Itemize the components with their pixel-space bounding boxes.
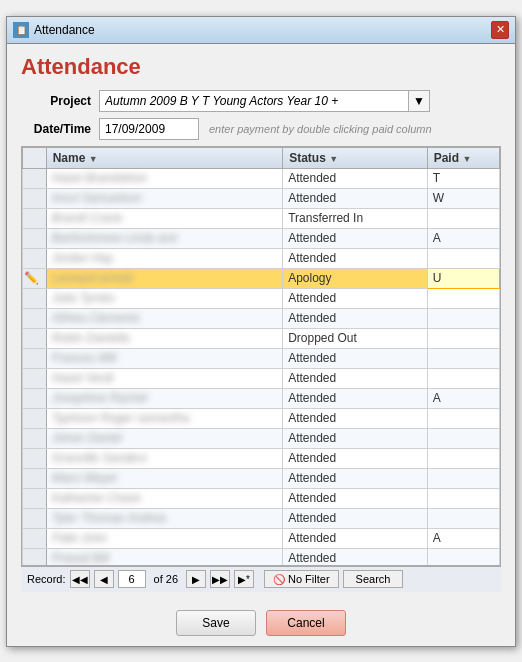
row-paid-cell[interactable] xyxy=(427,328,499,348)
record-of-label: of 26 xyxy=(154,573,178,585)
attendance-table: Name ▼ Status ▼ Paid ▼ Hazel BrambletonA… xyxy=(22,147,500,566)
row-status-cell: Attended xyxy=(283,228,428,248)
close-button[interactable]: ✕ xyxy=(491,21,509,39)
row-indicator-cell xyxy=(23,448,47,468)
table-row[interactable]: Prasad BillAttended xyxy=(23,548,500,566)
paid-col-header[interactable]: Paid ▼ xyxy=(427,147,499,168)
table-row[interactable]: Tyler Thomas AndreaAttended xyxy=(23,508,500,528)
next-record-button[interactable]: ▶ xyxy=(186,570,206,588)
project-input[interactable] xyxy=(99,90,409,112)
row-paid-cell[interactable] xyxy=(427,448,499,468)
row-name-cell: Frances Mill xyxy=(46,348,283,368)
table-row[interactable]: Bartholomew Linda annAttendedA xyxy=(23,228,500,248)
table-row[interactable]: ✏️Leonard arnoldApologyU xyxy=(23,268,500,288)
first-record-button[interactable]: ◀◀ xyxy=(70,570,90,588)
row-paid-cell[interactable]: W xyxy=(427,188,499,208)
indicator-col-header xyxy=(23,147,47,168)
title-bar-left: 📋 Attendance xyxy=(13,22,95,38)
no-filter-label: No Filter xyxy=(288,573,330,585)
row-indicator-cell xyxy=(23,408,47,428)
row-paid-cell[interactable]: A xyxy=(427,228,499,248)
project-row: Project ▼ xyxy=(21,90,501,112)
datetime-row: Date/Time enter payment by double clicki… xyxy=(21,118,501,140)
data-table-container: Name ▼ Status ▼ Paid ▼ Hazel BrambletonA… xyxy=(21,146,501,566)
cancel-button[interactable]: Cancel xyxy=(266,610,346,636)
row-status-cell: Attended xyxy=(283,308,428,328)
row-paid-cell[interactable] xyxy=(427,288,499,308)
row-name-cell: Johan Daniel xyxy=(46,428,283,448)
row-indicator-cell xyxy=(23,188,47,208)
row-indicator-cell xyxy=(23,548,47,566)
table-row[interactable]: Frances MillAttended xyxy=(23,348,500,368)
row-indicator-cell xyxy=(23,528,47,548)
row-indicator-cell xyxy=(23,508,47,528)
row-name-cell: Katharine Chase xyxy=(46,488,283,508)
last-record-button[interactable]: ▶▶ xyxy=(210,570,230,588)
row-paid-cell[interactable]: A xyxy=(427,388,499,408)
filter-icon: 🚫 xyxy=(273,574,285,585)
row-paid-cell[interactable] xyxy=(427,348,499,368)
row-paid-cell[interactable] xyxy=(427,508,499,528)
table-row[interactable]: Jordan HayAttended xyxy=(23,248,500,268)
row-status-cell: Attended xyxy=(283,248,428,268)
table-row[interactable]: Julia TymkoAttended xyxy=(23,288,500,308)
row-paid-cell[interactable] xyxy=(427,468,499,488)
name-col-header[interactable]: Name ▼ xyxy=(46,147,283,168)
row-status-cell: Attended xyxy=(283,288,428,308)
row-paid-cell[interactable]: U xyxy=(427,268,499,288)
no-filter-button[interactable]: 🚫 No Filter xyxy=(264,570,339,588)
row-paid-cell[interactable] xyxy=(427,208,499,228)
table-row[interactable]: Brandi CraneTransferred In xyxy=(23,208,500,228)
record-number-input[interactable] xyxy=(118,570,146,588)
window-title: Attendance xyxy=(34,23,95,37)
row-paid-cell[interactable] xyxy=(427,248,499,268)
row-paid-cell[interactable] xyxy=(427,488,499,508)
row-paid-cell[interactable] xyxy=(427,308,499,328)
row-name-cell: Tyler Thomas Andrea xyxy=(46,508,283,528)
row-status-cell: Attended xyxy=(283,548,428,566)
table-row[interactable]: Johan DanielAttended xyxy=(23,428,500,448)
row-name-cell: Hazel Brambleton xyxy=(46,168,283,188)
row-name-cell: Leonard arnold xyxy=(46,268,283,288)
datetime-input[interactable] xyxy=(99,118,199,140)
row-status-cell: Attended xyxy=(283,368,428,388)
status-sort-arrow: ▼ xyxy=(329,154,338,164)
table-row[interactable]: Marci MeyerAttended xyxy=(23,468,500,488)
status-col-header[interactable]: Status ▼ xyxy=(283,147,428,168)
table-row[interactable]: Katharine ChaseAttended xyxy=(23,488,500,508)
row-indicator-cell xyxy=(23,208,47,228)
table-row[interactable]: Fidel JohnAttendedA xyxy=(23,528,500,548)
table-row[interactable]: Robin DaniellaDropped Out xyxy=(23,328,500,348)
table-row[interactable]: Althea ClementsAttended xyxy=(23,308,500,328)
row-paid-cell[interactable] xyxy=(427,408,499,428)
save-button[interactable]: Save xyxy=(176,610,256,636)
row-paid-cell[interactable] xyxy=(427,548,499,566)
row-indicator-cell xyxy=(23,168,47,188)
row-indicator-cell: ✏️ xyxy=(23,268,47,288)
prev-record-button[interactable]: ◀ xyxy=(94,570,114,588)
table-row[interactable]: Josephine RachelAttendedA xyxy=(23,388,500,408)
row-indicator-cell xyxy=(23,428,47,448)
table-row[interactable]: Imrul SamuelsonAttendedW xyxy=(23,188,500,208)
table-row[interactable]: Hazel VerdiAttended xyxy=(23,368,500,388)
record-label: Record: xyxy=(27,573,66,585)
row-paid-cell[interactable]: T xyxy=(427,168,499,188)
project-label: Project xyxy=(21,94,91,108)
row-name-cell: Julia Tymko xyxy=(46,288,283,308)
row-status-cell: Attended xyxy=(283,408,428,428)
new-record-button[interactable]: ▶* xyxy=(234,570,254,588)
project-dropdown[interactable]: ▼ xyxy=(408,90,430,112)
search-button[interactable]: Search xyxy=(343,570,404,588)
window-content: Attendance Project ▼ Date/Time enter pay… xyxy=(7,44,515,602)
row-paid-cell[interactable] xyxy=(427,428,499,448)
row-name-cell: Brandi Crane xyxy=(46,208,283,228)
row-indicator-cell xyxy=(23,288,47,308)
row-paid-cell[interactable] xyxy=(427,368,499,388)
row-paid-cell[interactable]: A xyxy=(427,528,499,548)
table-row[interactable]: Hazel BrambletonAttendedT xyxy=(23,168,500,188)
table-row[interactable]: Granville SandersAttended xyxy=(23,448,500,468)
main-window: 📋 Attendance ✕ Attendance Project ▼ Date… xyxy=(6,16,516,647)
table-row[interactable]: Typhoon Roger samanthaAttended xyxy=(23,408,500,428)
row-status-cell: Transferred In xyxy=(283,208,428,228)
row-name-cell: Bartholomew Linda ann xyxy=(46,228,283,248)
